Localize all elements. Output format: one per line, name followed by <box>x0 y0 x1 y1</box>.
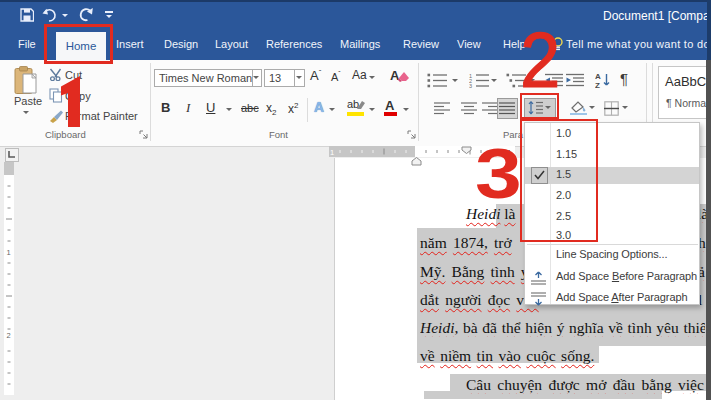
svg-text:Z: Z <box>595 81 600 89</box>
svg-text:1: 1 <box>330 148 334 157</box>
svg-text:1: 1 <box>7 248 11 257</box>
svg-text:2: 2 <box>7 331 11 340</box>
svg-text:3: 3 <box>469 83 472 88</box>
svg-text:A: A <box>595 72 601 81</box>
